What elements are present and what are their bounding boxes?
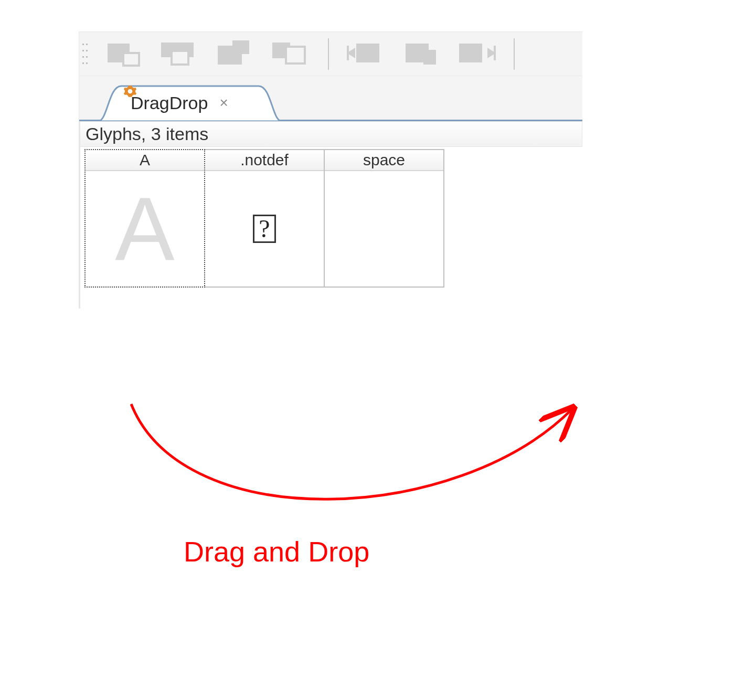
- toolbar-button-4[interactable]: [272, 40, 310, 68]
- glyph-cell-body: ?: [205, 171, 324, 287]
- toolbar-grip[interactable]: [82, 39, 88, 69]
- glyph-cell-body: [325, 171, 443, 287]
- toolbar: [79, 31, 582, 76]
- toolbar-button-6[interactable]: [402, 40, 440, 68]
- annotation-arrow: [131, 404, 572, 499]
- tab-title: DragDrop: [131, 93, 208, 113]
- annotation-overlay: Drag and Drop: [89, 388, 614, 598]
- glyph-cell-A[interactable]: A A: [84, 149, 205, 288]
- glyph-cell-header: .notdef: [205, 150, 324, 171]
- tab-bar: DragDrop ×: [79, 76, 582, 121]
- glyph-cell-header: A: [86, 150, 204, 171]
- toolbar-button-7[interactable]: [458, 40, 496, 68]
- app-window: DragDrop × Glyphs, 3 items A A .notdef: [79, 31, 582, 309]
- section-header: Glyphs, 3 items: [80, 121, 582, 147]
- glyph-cell-body: A: [86, 171, 204, 287]
- toolbar-button-2[interactable]: [161, 40, 199, 68]
- toolbar-button-3[interactable]: [217, 40, 254, 68]
- glyph-cell-notdef[interactable]: .notdef ?: [204, 149, 325, 288]
- toolbar-button-1[interactable]: [105, 40, 143, 68]
- glyph-cell-space[interactable]: space: [324, 149, 444, 288]
- tab-close-button[interactable]: ×: [215, 92, 232, 113]
- glyph-row: A A .notdef ? space: [80, 147, 582, 288]
- glyph-cell-header: space: [325, 150, 443, 171]
- glyph-preview-notdef: ?: [253, 215, 275, 243]
- glyph-preview-A: A: [115, 184, 174, 273]
- toolbar-separator: [514, 38, 515, 70]
- tab-dragdrop[interactable]: DragDrop ×: [98, 84, 282, 121]
- toolbar-separator: [328, 38, 329, 70]
- content-area: Glyphs, 3 items A A .notdef ? space: [79, 121, 582, 309]
- toolbar-button-5[interactable]: [347, 40, 385, 68]
- annotation-label: Drag and Drop: [184, 535, 369, 568]
